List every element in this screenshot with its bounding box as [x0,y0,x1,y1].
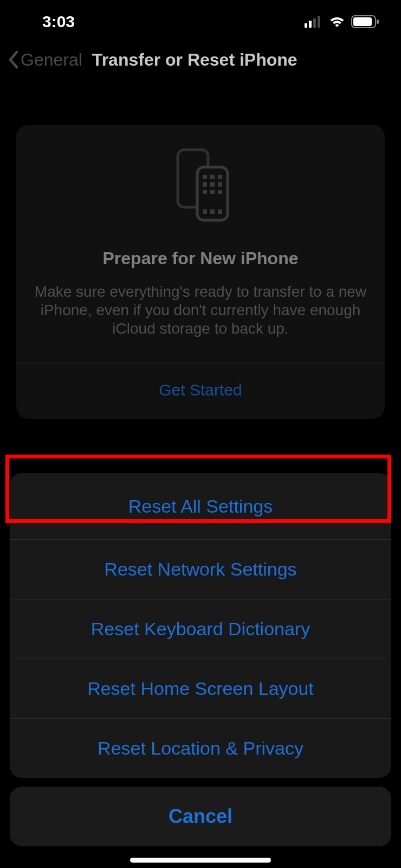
svg-rect-12 [203,182,207,187]
status-time: 3:03 [42,12,75,31]
svg-rect-11 [218,175,222,179]
reset-location-privacy-button[interactable]: Reset Location & Privacy [10,718,391,778]
svg-rect-9 [203,175,207,179]
back-button[interactable]: General [8,50,82,70]
back-label: General [21,50,82,70]
status-indicators [305,15,379,28]
home-indicator[interactable] [130,858,271,863]
svg-rect-17 [218,190,222,194]
phones-icon [30,146,371,222]
get-started-button[interactable]: Get Started [30,363,371,419]
svg-rect-20 [218,209,222,214]
reset-action-sheet: Reset All Settings Reset Network Setting… [10,473,391,846]
cellular-icon [305,16,323,28]
status-bar: 3:03 [0,0,401,43]
svg-rect-0 [305,23,307,28]
svg-rect-5 [353,17,372,26]
svg-rect-6 [377,20,379,24]
svg-rect-2 [313,18,316,28]
svg-rect-1 [309,21,312,28]
reset-keyboard-dictionary-button[interactable]: Reset Keyboard Dictionary [10,599,391,659]
svg-rect-15 [203,190,207,194]
page-title: Transfer or Reset iPhone [92,50,297,70]
svg-rect-18 [203,209,207,214]
battery-icon [351,15,379,28]
svg-rect-16 [210,190,215,194]
sheet-group: Reset All Settings Reset Network Setting… [10,473,391,778]
card-title: Prepare for New iPhone [30,248,371,269]
wifi-icon [328,15,346,28]
reset-all-settings-button[interactable]: Reset All Settings [10,473,391,539]
card-description: Make sure everything's ready to transfer… [30,283,371,338]
chevron-left-icon [8,50,20,69]
svg-rect-14 [218,182,222,187]
svg-rect-19 [210,209,215,214]
nav-bar: General Transfer or Reset iPhone [0,43,401,76]
svg-rect-13 [210,182,215,187]
prepare-card: Prepare for New iPhone Make sure everyth… [16,125,385,419]
svg-rect-3 [318,16,320,28]
reset-home-screen-layout-button[interactable]: Reset Home Screen Layout [10,659,391,718]
reset-network-settings-button[interactable]: Reset Network Settings [10,539,391,599]
cancel-button[interactable]: Cancel [10,787,391,846]
svg-rect-10 [210,175,215,179]
